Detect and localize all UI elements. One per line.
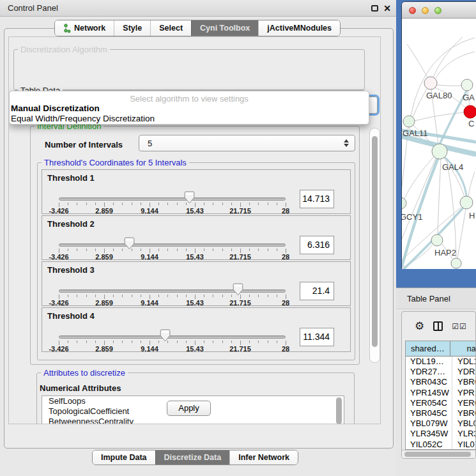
split-columns-icon[interactable] — [433, 321, 443, 331]
cell-name: YPR1 — [452, 388, 476, 398]
slider-thumb[interactable] — [184, 191, 195, 204]
table-rows: YDL19…YDL1YDR27…YDR2YBR043CYBR0YPR145WYP… — [406, 357, 476, 450]
network-node-gal4[interactable] — [432, 144, 447, 159]
slider-tick-labels: -3.4262.8599.14415.4321.71528 — [59, 345, 286, 353]
table-row[interactable]: YDR27…YDR2 — [406, 367, 476, 377]
table-row[interactable]: YLR345WYLR3 — [406, 429, 476, 439]
network-node[interactable] — [451, 258, 461, 268]
tab-style[interactable]: Style — [114, 20, 150, 36]
network-edge[interactable] — [438, 159, 441, 234]
network-node-gal11[interactable] — [403, 116, 415, 127]
network-edge[interactable] — [413, 89, 427, 117]
network-node-gal80[interactable] — [424, 77, 437, 89]
table-panel-title: Table Panel — [396, 294, 450, 303]
threshold-label: Threshold 2 — [47, 219, 95, 229]
network-edge[interactable] — [402, 158, 436, 239]
threshold-panel-2: Threshold 2-3.4262.8599.14415.4321.71528… — [42, 215, 351, 260]
tab-label: Select — [159, 24, 183, 33]
table-row[interactable]: YIL052CYIL0 — [406, 440, 476, 450]
network-edge[interactable] — [447, 158, 456, 257]
apply-button[interactable]: Apply — [167, 401, 211, 416]
threshold-value-field[interactable]: 14.713 — [300, 190, 334, 208]
tab-label: Style — [123, 24, 142, 33]
table-toolbar: ⚙ ☑☑ — [402, 312, 475, 341]
network-edge[interactable] — [433, 37, 463, 77]
tab-cyni-toolbox[interactable]: Cyni Toolbox — [191, 20, 258, 36]
network-edge[interactable] — [436, 85, 461, 86]
table-row[interactable]: YPR145WYPR1 — [406, 388, 476, 398]
network-edge[interactable] — [468, 172, 475, 197]
network-edge[interactable] — [411, 38, 475, 116]
algorithm-option-equal-width[interactable]: Equal Width/Frequency Discretization — [10, 114, 369, 124]
node-table: shared… na YDL19…YDL1YDR27…YDR2YBR043CYB… — [405, 341, 476, 450]
table-hscroll-thumb[interactable] — [404, 452, 471, 457]
settings-viewport: Discretization Algorithm Select algorith… — [8, 36, 381, 424]
float-window-icon[interactable] — [371, 5, 378, 12]
network-edge[interactable] — [415, 112, 464, 121]
cell-shared-name: YLR345W — [406, 429, 452, 439]
threshold-value-field[interactable]: 11.344 — [300, 328, 334, 346]
network-node-c[interactable] — [464, 105, 476, 118]
tab-network[interactable]: Network — [55, 20, 114, 36]
network-canvas[interactable]: GAL80GACGAL11GAL4GCY1HHAP2 — [402, 19, 476, 269]
cell-shared-name: YIL052C — [406, 440, 452, 450]
close-icon[interactable]: ✕ — [383, 4, 391, 13]
attributes-group-title: Attributes to discretize — [41, 368, 128, 378]
threshold-label: Threshold 4 — [47, 311, 95, 321]
tab-jactivemnodules[interactable]: jActiveMNodules — [258, 20, 340, 36]
number-of-intervals-select[interactable]: 5 — [139, 135, 355, 151]
settings-gear-icon[interactable]: ⚙ — [415, 321, 424, 332]
close-traffic-light-icon[interactable] — [409, 7, 416, 14]
network-node-hap2[interactable] — [431, 234, 443, 246]
table-row[interactable]: YBR043CYBR0 — [406, 377, 476, 387]
table-row[interactable]: YER054CYER0 — [406, 398, 476, 408]
tab-select[interactable]: Select — [150, 20, 191, 36]
threshold-value-field[interactable]: 6.316 — [300, 236, 334, 254]
network-edge[interactable] — [407, 44, 427, 77]
slider-track[interactable] — [59, 243, 286, 247]
slider-tick-labels: -3.4262.8599.14415.4321.71528 — [59, 253, 286, 261]
table-horizontal-scrollbar[interactable] — [402, 450, 475, 458]
attributes-scrollbar-thumb[interactable] — [336, 397, 342, 424]
slider-tick-labels: -3.4262.8599.14415.4321.71528 — [59, 299, 286, 307]
checkbox-pair-icon[interactable]: ☑☑ — [452, 322, 467, 331]
zoom-traffic-light-icon[interactable] — [434, 7, 441, 14]
algorithm-option-manual[interactable]: Manual Discretization — [10, 104, 369, 114]
slider-thumb[interactable] — [233, 283, 243, 296]
network-edge[interactable] — [457, 209, 466, 258]
column-header-name[interactable]: na — [450, 341, 476, 356]
slider-track[interactable] — [59, 289, 286, 293]
slider-thumb[interactable] — [160, 329, 171, 342]
threshold-value-field[interactable]: 21.4 — [300, 282, 334, 300]
minimize-traffic-light-icon[interactable] — [422, 7, 429, 14]
attribute-list-item[interactable]: BetweennessCentrality — [42, 417, 344, 424]
bottom-tab-infer-network[interactable]: Infer Network — [229, 450, 298, 464]
cell-name: YLR3 — [452, 429, 476, 439]
control-panel-title: Control Panel — [0, 3, 58, 13]
network-node-label: GAL4 — [442, 162, 463, 172]
algorithm-popup-placeholder: Select algorithm to view settings — [10, 91, 369, 104]
slider-track[interactable] — [59, 197, 286, 201]
algorithm-popup: Select algorithm to view settings Manual… — [9, 91, 369, 125]
network-node-label: GCY1 — [402, 212, 422, 222]
column-header-shared-name[interactable]: shared… — [406, 341, 450, 356]
bottom-tab-discretize-data[interactable]: Discretize Data — [155, 450, 230, 464]
table-row[interactable]: YBL079WYBL0 — [406, 418, 476, 429]
network-node-h[interactable] — [460, 196, 473, 209]
slider-thumb[interactable] — [124, 237, 135, 250]
cell-name: YBL0 — [452, 418, 476, 429]
settings-scrollbar[interactable] — [369, 128, 380, 363]
app-root: Control Panel ✕ NetworkStyleSelectCyni T… — [0, 0, 476, 476]
network-node-gcy1[interactable] — [402, 197, 406, 209]
table-panel-region: Table Panel ⚙ ☑☑ shared… na YDL19…YDL1YD… — [396, 288, 476, 476]
tab-label: Network — [74, 24, 105, 33]
network-view-window: GAL80GACGAL11GAL4GCY1HHAP2 — [402, 2, 476, 269]
settings-scrollbar-thumb[interactable] — [372, 136, 378, 347]
network-window-titlebar[interactable] — [402, 2, 476, 19]
table-row[interactable]: YBR045CYBR0 — [406, 408, 476, 418]
table-panel-titlebar: Table Panel — [396, 288, 476, 309]
table-row[interactable]: YDL19…YDL1 — [406, 357, 476, 367]
network-node-ga[interactable] — [461, 79, 473, 91]
slider-track[interactable] — [59, 335, 286, 339]
bottom-tab-impute-data[interactable]: Impute Data — [93, 450, 155, 464]
